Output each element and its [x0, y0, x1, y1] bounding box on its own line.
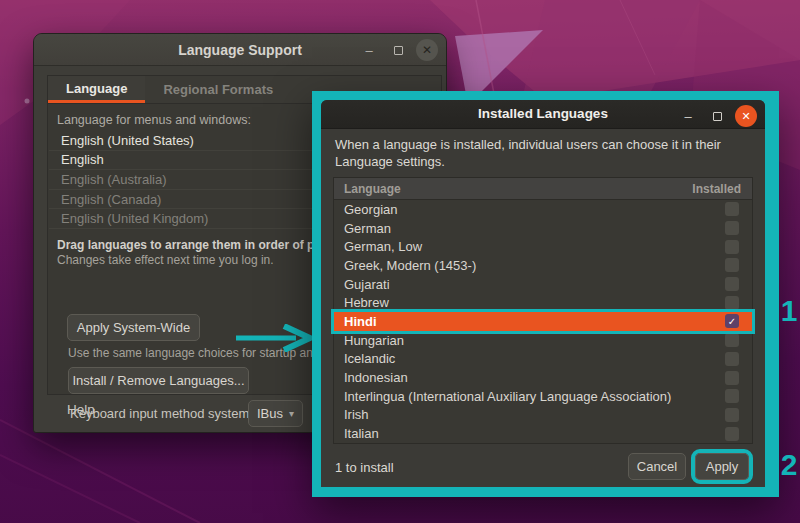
- close-icon[interactable]: ✕: [735, 105, 757, 127]
- table-row[interactable]: Hungarian: [334, 331, 752, 350]
- language-name: Hebrew: [344, 295, 725, 310]
- keyboard-method-dropdown[interactable]: IBus ▾: [248, 400, 303, 427]
- table-row[interactable]: Indonesian: [334, 368, 752, 387]
- table-row[interactable]: Georgian: [334, 200, 752, 219]
- table-header: Language Installed: [334, 178, 752, 200]
- checkbox-icon[interactable]: [725, 352, 739, 366]
- language-name: Georgian: [344, 202, 725, 217]
- keyboard-method-label: Keyboard input method system:: [70, 406, 253, 421]
- dialog-description: When a language is installed, individual…: [335, 137, 759, 171]
- language-name: Interlingua (International Auxiliary Lan…: [344, 389, 725, 404]
- language-name: German: [344, 221, 725, 236]
- status-text: 1 to install: [335, 460, 394, 475]
- maximize-icon[interactable]: [387, 39, 409, 61]
- titlebar: Language Support – ✕: [34, 34, 446, 66]
- checkbox-icon[interactable]: [725, 408, 739, 422]
- installed-languages-dialog: Installed Languages – ✕ When a language …: [321, 100, 765, 487]
- language-name: Hindi: [344, 314, 725, 329]
- table-row[interactable]: Irish: [334, 406, 752, 425]
- apply-system-wide-button[interactable]: Apply System-Wide: [67, 314, 200, 341]
- tab-language[interactable]: Language: [48, 76, 145, 103]
- table-row[interactable]: Interlingua (International Auxiliary Lan…: [334, 387, 752, 406]
- language-table-body: GeorgianGermanGerman, LowGreek, Modern (…: [334, 200, 752, 443]
- language-name: Indonesian: [344, 370, 725, 385]
- checkbox-icon[interactable]: [725, 389, 739, 403]
- annotation-step-1: 1: [776, 294, 800, 328]
- checkbox-icon[interactable]: [725, 333, 739, 347]
- checkbox-icon[interactable]: [725, 202, 739, 216]
- maximize-glyph: [394, 46, 403, 55]
- language-name: Hungarian: [344, 333, 725, 348]
- table-row[interactable]: Hindi✓: [334, 312, 752, 331]
- annotation-step-2: 2: [776, 448, 800, 482]
- language-name: Italian: [344, 426, 725, 441]
- checkbox-icon[interactable]: [725, 277, 739, 291]
- maximize-icon[interactable]: [706, 105, 728, 127]
- column-installed: Installed: [692, 182, 752, 196]
- table-row[interactable]: Greek, Modern (1453-): [334, 256, 752, 275]
- minimize-icon[interactable]: –: [358, 39, 380, 61]
- install-remove-languages-button[interactable]: Install / Remove Languages...: [68, 367, 249, 394]
- annotation-arrow-icon: [236, 324, 316, 352]
- checkbox-icon[interactable]: [725, 371, 739, 385]
- language-name: Icelandic: [344, 351, 725, 366]
- languages-table: Language Installed GeorgianGermanGerman,…: [333, 177, 753, 444]
- chevron-down-icon: ▾: [289, 408, 294, 419]
- checkbox-icon[interactable]: [725, 427, 739, 441]
- tab-regional-formats[interactable]: Regional Formats: [145, 76, 291, 103]
- language-name: Greek, Modern (1453-): [344, 258, 725, 273]
- desktop: Language Support – ✕ Language Regional F…: [0, 0, 800, 523]
- apply-button[interactable]: Apply: [695, 453, 749, 480]
- language-name: German, Low: [344, 239, 725, 254]
- checkbox-icon[interactable]: [725, 258, 739, 272]
- table-row[interactable]: German, Low: [334, 237, 752, 256]
- annotation-highlight-frame: Installed Languages – ✕ When a language …: [312, 91, 779, 497]
- help-button[interactable]: Help: [67, 402, 95, 417]
- window-controls: – ✕: [677, 100, 757, 132]
- table-row[interactable]: German: [334, 219, 752, 238]
- window-controls: – ✕: [358, 34, 438, 66]
- cancel-button[interactable]: Cancel: [628, 453, 686, 480]
- checkbox-icon[interactable]: [725, 240, 739, 254]
- table-row[interactable]: Gujarati: [334, 275, 752, 294]
- table-row[interactable]: Icelandic: [334, 350, 752, 369]
- minimize-icon[interactable]: –: [677, 105, 699, 127]
- language-name: Gujarati: [344, 277, 725, 292]
- keyboard-method-value: IBus: [257, 406, 283, 421]
- table-row[interactable]: Italian: [334, 424, 752, 443]
- checkbox-icon[interactable]: [725, 296, 739, 310]
- titlebar: Installed Languages – ✕: [321, 100, 765, 129]
- column-language: Language: [334, 182, 692, 196]
- close-icon[interactable]: ✕: [416, 39, 438, 61]
- table-row[interactable]: Hebrew: [334, 293, 752, 312]
- checkbox-icon[interactable]: [725, 221, 739, 235]
- language-name: Irish: [344, 407, 725, 422]
- checkbox-checked-icon[interactable]: ✓: [725, 314, 739, 328]
- maximize-glyph: [713, 112, 722, 121]
